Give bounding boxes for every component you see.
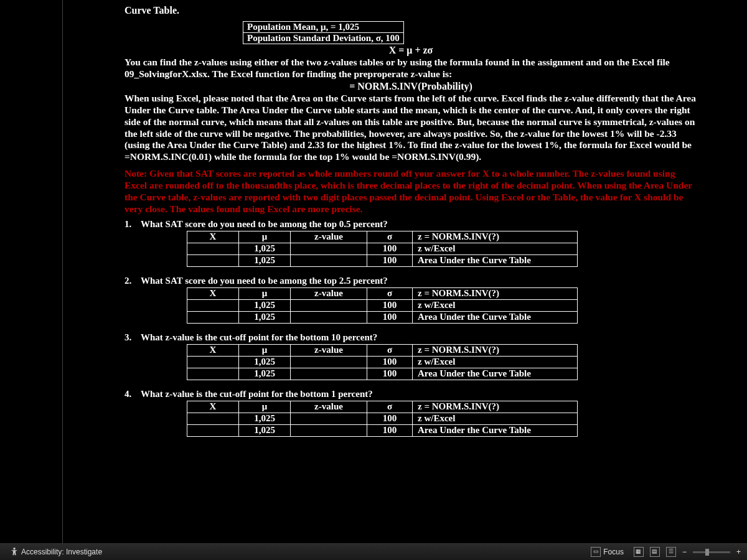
q4-table: X μ z-value σ z = NORM.S.INV(?) 1,025 10…	[187, 401, 578, 437]
zoom-slider[interactable]	[693, 551, 730, 553]
table-row: 1,025 100 Area Under the Curve Table	[187, 368, 578, 380]
table-row: 1,025 100 z w/Excel	[187, 413, 578, 424]
cell-z	[291, 243, 367, 254]
cell-desc: z w/Excel	[413, 413, 578, 424]
q3-table: X μ z-value σ z = NORM.S.INV(?) 1,025 10…	[187, 344, 578, 380]
th-zvalue: z-value	[291, 401, 367, 413]
param-mean: Population Mean, μ, = 1,025	[243, 22, 403, 32]
formula: X = μ + zσ	[125, 45, 697, 56]
cell-desc: z w/Excel	[413, 356, 578, 368]
th-mu: μ	[239, 344, 291, 356]
q4-number: 4.	[125, 389, 141, 399]
cell-sigma: 100	[367, 254, 413, 266]
cell-desc: z w/Excel	[413, 299, 578, 311]
cell-z	[291, 368, 367, 380]
q3-text: What z-value is the cut-off point for th…	[141, 332, 377, 342]
table-header-row: X μ z-value σ z = NORM.S.INV(?)	[187, 401, 578, 413]
cell-mu: 1,025	[239, 243, 291, 254]
cell-z	[291, 299, 367, 311]
cell-mu: 1,025	[239, 368, 291, 380]
web-layout-icon[interactable]: ☰	[666, 547, 676, 557]
cell-mu: 1,025	[239, 413, 291, 424]
question-2: 2.What SAT score do you need to be among…	[125, 276, 697, 286]
cell-z	[291, 311, 367, 323]
cell-desc: Area Under the Curve Table	[413, 424, 578, 436]
cell-sigma: 100	[367, 413, 413, 424]
param-stddev: Population Standard Deviation, σ, 100	[243, 32, 403, 44]
th-desc: z = NORM.S.INV(?)	[413, 344, 578, 356]
table-header-row: X μ z-value σ z = NORM.S.INV(?)	[187, 287, 578, 299]
paragraph-1: You can find the z-values using either o…	[125, 57, 697, 80]
cell-x	[187, 356, 239, 368]
excel-function: = NORM.S.INV(Probability)	[125, 81, 697, 92]
section-title: Curve Table.	[125, 0, 697, 21]
th-x: X	[187, 231, 239, 243]
question-4: 4.What z-value is the cut-off point for …	[125, 389, 697, 399]
cell-desc: Area Under the Curve Table	[413, 254, 578, 266]
focus-icon: ▭	[591, 547, 601, 557]
th-mu: μ	[239, 401, 291, 413]
cell-sigma: 100	[367, 356, 413, 368]
focus-button[interactable]: ▭ Focus	[587, 546, 627, 558]
table-row: 1,025 100 Area Under the Curve Table	[187, 424, 578, 436]
table-row: 1,025 100 z w/Excel	[187, 356, 578, 368]
cell-desc: z w/Excel	[413, 243, 578, 254]
accessibility-icon	[10, 547, 19, 558]
cell-x	[187, 254, 239, 266]
paragraph-2: When using Excel, please noted that the …	[125, 93, 697, 163]
read-mode-icon[interactable]: ▤	[650, 547, 660, 557]
q4-text: What z-value is the cut-off point for th…	[141, 389, 373, 399]
document-body: Curve Table. Population Mean, μ, = 1,025…	[0, 0, 697, 437]
cell-z	[291, 413, 367, 424]
th-x: X	[187, 344, 239, 356]
cell-mu: 1,025	[239, 356, 291, 368]
th-sigma: σ	[367, 344, 413, 356]
cell-x	[187, 368, 239, 380]
cell-x	[187, 311, 239, 323]
th-desc: z = NORM.S.INV(?)	[413, 231, 578, 243]
cell-z	[291, 254, 367, 266]
zoom-out-button[interactable]: −	[682, 548, 687, 556]
th-sigma: σ	[367, 231, 413, 243]
q1-table: X μ z-value σ z = NORM.S.INV(?) 1,025 10…	[187, 231, 578, 267]
th-mu: μ	[239, 287, 291, 299]
status-bar: Accessibility: Investigate ▭ Focus ▦ ▤ ☰…	[0, 543, 747, 560]
question-1: 1.What SAT score do you need to be among…	[125, 219, 697, 230]
cell-x	[187, 424, 239, 436]
zoom-in-button[interactable]: +	[736, 548, 741, 556]
focus-label: Focus	[603, 548, 624, 556]
q1-number: 1.	[125, 219, 141, 230]
q1-text: What SAT score do you need to be among t…	[141, 219, 388, 229]
cell-mu: 1,025	[239, 299, 291, 311]
cell-x	[187, 243, 239, 254]
th-x: X	[187, 401, 239, 413]
th-zvalue: z-value	[291, 231, 367, 243]
page-margin-rule	[62, 0, 63, 544]
th-sigma: σ	[367, 287, 413, 299]
table-header-row: X μ z-value σ z = NORM.S.INV(?)	[187, 231, 578, 243]
cell-x	[187, 299, 239, 311]
cell-mu: 1,025	[239, 254, 291, 266]
note-paragraph: Note: Given that SAT scores are reported…	[125, 168, 697, 215]
th-desc: z = NORM.S.INV(?)	[413, 287, 578, 299]
cell-sigma: 100	[367, 311, 413, 323]
cell-z	[291, 356, 367, 368]
th-sigma: σ	[367, 401, 413, 413]
q2-text: What SAT score do you need to be among t…	[141, 276, 388, 286]
cell-sigma: 100	[367, 368, 413, 380]
table-header-row: X μ z-value σ z = NORM.S.INV(?)	[187, 344, 578, 356]
cell-mu: 1,025	[239, 311, 291, 323]
cell-x	[187, 413, 239, 424]
table-row: 1,025 100 z w/Excel	[187, 299, 578, 311]
th-zvalue: z-value	[291, 344, 367, 356]
print-layout-icon[interactable]: ▦	[634, 547, 644, 557]
cell-z	[291, 424, 367, 436]
question-3: 3.What z-value is the cut-off point for …	[125, 332, 697, 343]
table-row: 1,025 100 Area Under the Curve Table	[187, 311, 578, 323]
parameters-box: Population Mean, μ, = 1,025 Population S…	[243, 21, 404, 44]
table-row: 1,025 100 Area Under the Curve Table	[187, 254, 578, 266]
cell-sigma: 100	[367, 243, 413, 254]
accessibility-button[interactable]: Accessibility: Investigate	[6, 546, 106, 559]
accessibility-label: Accessibility: Investigate	[21, 548, 102, 556]
cell-mu: 1,025	[239, 424, 291, 436]
